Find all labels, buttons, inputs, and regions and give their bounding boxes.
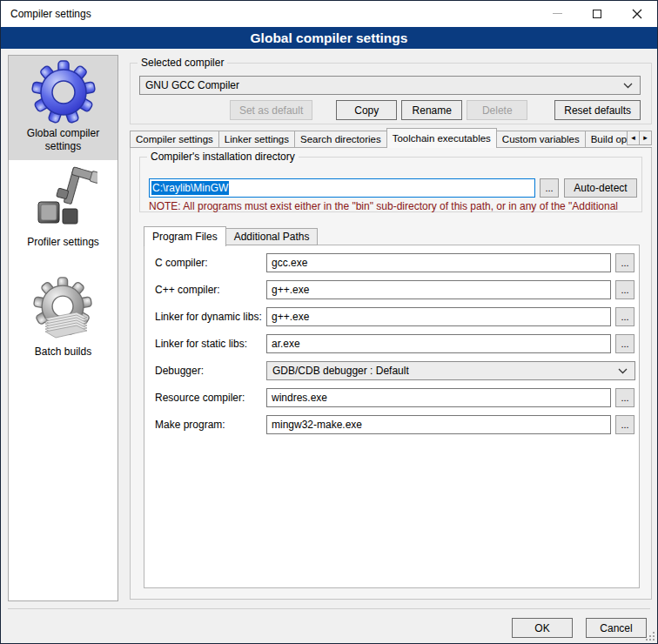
reset-defaults-button[interactable]: Reset defaults bbox=[554, 100, 641, 120]
field-row-linker-dynamic-libs: Linker for dynamic libs: ... g++.exe bbox=[155, 307, 639, 326]
tab-toolchain-executables[interactable]: Toolchain executables bbox=[386, 128, 497, 148]
field-label: Linker for dynamic libs: bbox=[155, 311, 266, 323]
minimize-button[interactable] bbox=[537, 1, 577, 26]
sidebar-item-profiler-settings[interactable]: Profiler settings bbox=[9, 164, 118, 254]
window-controls bbox=[537, 1, 657, 26]
bin-subdirectory-note: NOTE: All programs must exist either in … bbox=[149, 200, 640, 212]
subtab-additional-paths[interactable]: Additional Paths bbox=[225, 228, 319, 245]
dialog-body: Global compilersettings Profiler setting… bbox=[1, 49, 657, 643]
delete-button[interactable]: Delete bbox=[467, 100, 527, 120]
compiler-buttons-row: Set as defaultCopyRenameDeleteReset defa… bbox=[139, 100, 641, 120]
sidebar-item-label: Batch builds bbox=[9, 345, 118, 364]
field-label: Resource compiler: bbox=[155, 392, 266, 404]
cpp-compiler-browse-button[interactable]: ... bbox=[615, 280, 634, 299]
tab-linker-settings[interactable]: Linker settings bbox=[218, 131, 295, 148]
program-files-page: C compiler: ... gcc.exe C++ compiler: ..… bbox=[144, 245, 640, 588]
profiler-caliper-icon bbox=[30, 164, 97, 233]
subtab-program-files[interactable]: Program Files bbox=[144, 226, 226, 246]
field-row-c-compiler: C compiler: ... gcc.exe bbox=[155, 253, 639, 272]
tab-compiler-settings[interactable]: Compiler settings bbox=[130, 131, 219, 148]
field-row-cpp-compiler: C++ compiler: ... g++.exe bbox=[155, 280, 639, 299]
c-compiler-browse-button[interactable]: ... bbox=[615, 253, 634, 272]
toolchain-executables-page: Compiler's installation directory C:\ray… bbox=[130, 147, 652, 600]
cancel-button[interactable]: Cancel bbox=[586, 618, 647, 638]
title-bar: Compiler settings bbox=[1, 1, 657, 27]
resource-compiler-input[interactable] bbox=[266, 388, 611, 407]
auto-detect-button[interactable]: Auto-detect bbox=[564, 178, 637, 198]
sidebar-item-global-compiler-settings[interactable]: Global compilersettings bbox=[9, 56, 118, 160]
maximize-icon bbox=[593, 10, 601, 18]
tab-custom-variables[interactable]: Custom variables bbox=[496, 131, 586, 148]
field-label: C++ compiler: bbox=[155, 284, 266, 296]
debugger-select[interactable]: GDB/CDB debugger : Default bbox=[266, 361, 635, 380]
field-label: Debugger: bbox=[155, 365, 266, 377]
field-label: Linker for static libs: bbox=[155, 338, 266, 350]
installation-directory-group: Compiler's installation directory C:\ray… bbox=[139, 157, 642, 212]
selected-compiler-group-label: Selected compiler bbox=[138, 57, 227, 70]
linker-dynamic-libs-browse-button[interactable]: ... bbox=[615, 307, 634, 326]
tab-list: Compiler settingsLinker settingsSearch d… bbox=[130, 128, 652, 148]
make-program-input[interactable] bbox=[266, 415, 611, 434]
selected-path-text: C:\raylib\MinGW bbox=[151, 181, 229, 195]
dialog-banner-title: Global compiler settings bbox=[1, 27, 657, 49]
program-files-tab-strip: Program FilesAdditional Paths bbox=[144, 225, 318, 245]
chevron-down-icon bbox=[618, 368, 628, 374]
maximize-button[interactable] bbox=[577, 1, 617, 26]
field-select-value: GDB/CDB debugger : Default bbox=[267, 365, 409, 377]
field-row-linker-static-libs: Linker for static libs: ... ar.exe bbox=[155, 334, 639, 353]
blue-gear-icon bbox=[31, 60, 96, 124]
field-label: C compiler: bbox=[155, 257, 266, 269]
copy-button[interactable]: Copy bbox=[336, 100, 397, 120]
linker-dynamic-libs-input[interactable] bbox=[266, 307, 611, 326]
settings-tab-strip: Compiler settingsLinker settingsSearch d… bbox=[130, 128, 652, 148]
tab-scroll-left-button[interactable]: ◂ bbox=[627, 131, 640, 145]
close-icon bbox=[632, 9, 642, 19]
installation-directory-group-label: Compiler's installation directory bbox=[147, 151, 299, 164]
field-row-debugger: Debugger: ... GDB/CDB debugger : Default bbox=[155, 361, 639, 380]
footer-separator bbox=[8, 608, 650, 609]
close-button[interactable] bbox=[617, 1, 657, 26]
cpp-compiler-input[interactable] bbox=[266, 280, 611, 299]
batch-builds-gear-icon bbox=[31, 277, 96, 343]
make-program-browse-button[interactable]: ... bbox=[615, 415, 634, 434]
installation-directory-browse-button[interactable]: ... bbox=[540, 178, 559, 198]
linker-static-libs-input[interactable] bbox=[266, 334, 611, 353]
linker-static-libs-browse-button[interactable]: ... bbox=[615, 334, 634, 353]
tab-scroll-arrows: ◂ ▸ bbox=[628, 131, 652, 145]
field-row-resource-compiler: Resource compiler: ... windres.exe bbox=[155, 388, 639, 407]
sidebar-item-batch-builds[interactable]: Batch builds bbox=[9, 277, 118, 364]
compiler-select[interactable]: GNU GCC Compiler bbox=[139, 76, 641, 95]
c-compiler-input[interactable] bbox=[266, 253, 611, 272]
resource-compiler-browse-button[interactable]: ... bbox=[615, 388, 634, 407]
settings-category-list: Global compilersettings Profiler setting… bbox=[8, 55, 118, 601]
selected-compiler-group: Selected compiler GNU GCC Compiler Set a… bbox=[130, 63, 652, 124]
window-title: Compiler settings bbox=[10, 8, 91, 20]
tab-scroll-right-button[interactable]: ▸ bbox=[639, 131, 652, 145]
ok-button[interactable]: OK bbox=[512, 618, 573, 638]
chevron-down-icon bbox=[623, 83, 633, 89]
resize-grip[interactable] bbox=[645, 631, 655, 641]
set-as-default-button[interactable]: Set as default bbox=[230, 100, 312, 120]
field-label: Make program: bbox=[155, 419, 266, 431]
field-row-make-program: Make program: ... mingw32-make.exe bbox=[155, 415, 639, 434]
sidebar-item-label: Global compilersettings bbox=[9, 127, 118, 158]
compiler-settings-dialog: Compiler settings Global compiler settin… bbox=[0, 0, 658, 644]
toolchain-fields: C compiler: ... gcc.exe C++ compiler: ..… bbox=[144, 245, 639, 434]
minimize-icon bbox=[553, 13, 562, 14]
tab-search-directories[interactable]: Search directories bbox=[294, 131, 387, 148]
sidebar-item-label: Profiler settings bbox=[9, 236, 118, 254]
installation-directory-input[interactable]: C:\raylib\MinGW bbox=[149, 178, 535, 198]
rename-button[interactable]: Rename bbox=[401, 100, 462, 120]
compiler-select-value: GNU GCC Compiler bbox=[140, 79, 239, 91]
